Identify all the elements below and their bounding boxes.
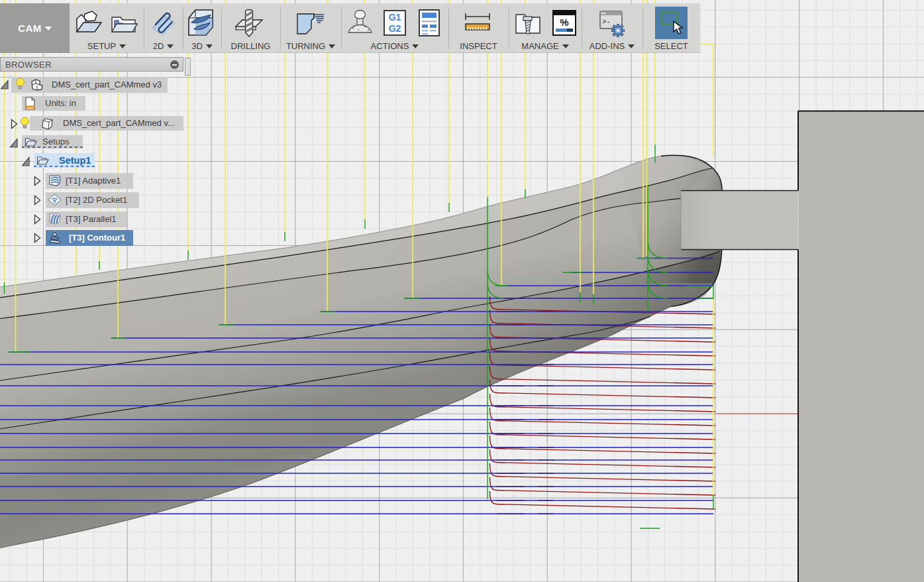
svg-text:G1: G1 (389, 12, 401, 23)
svg-text:%: % (560, 17, 568, 28)
svg-text:>-: >- (602, 18, 611, 26)
svg-text:G2: G2 (389, 23, 401, 34)
